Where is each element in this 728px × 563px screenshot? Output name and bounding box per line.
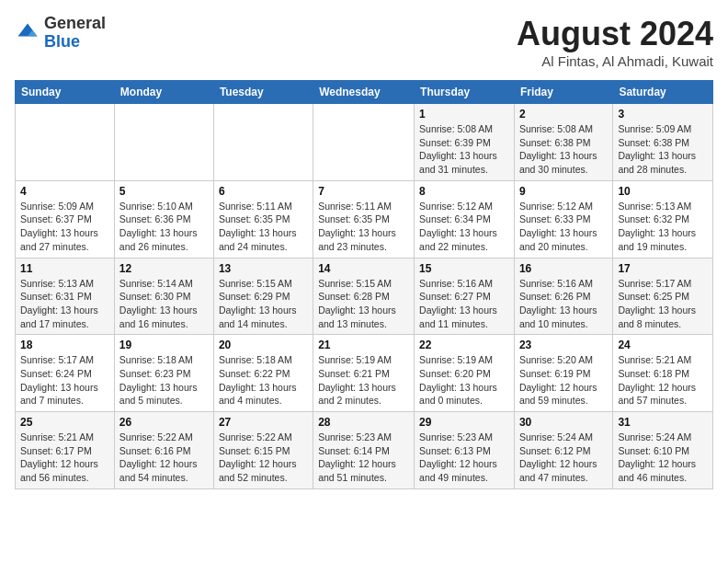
calendar-cell: 22Sunrise: 5:19 AMSunset: 6:20 PMDayligh… [415,335,515,412]
logo: General Blue [15,15,106,52]
day-info: Sunrise: 5:15 AMSunset: 6:28 PMDaylight:… [318,277,409,331]
day-info: Sunrise: 5:21 AMSunset: 6:18 PMDaylight:… [618,353,708,408]
calendar-cell: 14Sunrise: 5:15 AMSunset: 6:28 PMDayligh… [313,258,415,335]
day-number: 12 [119,262,209,275]
day-number: 25 [20,416,109,429]
calendar-cell: 30Sunrise: 5:24 AMSunset: 6:12 PMDayligh… [514,412,612,489]
day-number: 1 [419,108,509,121]
day-info: Sunrise: 5:18 AMSunset: 6:22 PMDaylight:… [219,353,308,408]
month-year-title: August 2024 [517,15,713,53]
calendar-cell: 8Sunrise: 5:12 AMSunset: 6:34 PMDaylight… [415,180,515,258]
day-number: 29 [419,416,509,429]
day-info: Sunrise: 5:11 AMSunset: 6:35 PMDaylight:… [318,200,409,254]
day-info: Sunrise: 5:22 AMSunset: 6:16 PMDaylight:… [119,431,209,485]
calendar-week-5: 25Sunrise: 5:21 AMSunset: 6:17 PMDayligh… [16,412,713,489]
calendar-week-4: 18Sunrise: 5:17 AMSunset: 6:24 PMDayligh… [16,335,713,412]
calendar-cell: 15Sunrise: 5:16 AMSunset: 6:27 PMDayligh… [415,258,515,335]
col-header-friday: Friday [514,81,612,104]
day-number: 10 [618,185,708,198]
day-info: Sunrise: 5:18 AMSunset: 6:23 PMDaylight:… [119,353,209,408]
calendar-cell: 24Sunrise: 5:21 AMSunset: 6:18 PMDayligh… [613,335,713,412]
day-info: Sunrise: 5:11 AMSunset: 6:35 PMDaylight:… [219,200,308,254]
calendar-cell: 21Sunrise: 5:19 AMSunset: 6:21 PMDayligh… [313,335,415,412]
col-header-wednesday: Wednesday [313,81,415,104]
calendar-cell: 4Sunrise: 5:09 AMSunset: 6:37 PMDaylight… [16,180,115,258]
day-info: Sunrise: 5:10 AMSunset: 6:36 PMDaylight:… [119,200,209,254]
day-number: 20 [219,339,308,351]
calendar-cell: 25Sunrise: 5:21 AMSunset: 6:17 PMDayligh… [16,412,115,489]
calendar-cell: 26Sunrise: 5:22 AMSunset: 6:16 PMDayligh… [114,412,213,489]
calendar-cell: 27Sunrise: 5:22 AMSunset: 6:15 PMDayligh… [213,412,313,489]
day-number: 3 [618,108,708,121]
calendar-cell: 28Sunrise: 5:23 AMSunset: 6:14 PMDayligh… [313,412,415,489]
calendar-cell: 20Sunrise: 5:18 AMSunset: 6:22 PMDayligh… [213,335,313,412]
calendar-cell: 12Sunrise: 5:14 AMSunset: 6:30 PMDayligh… [114,258,213,335]
day-number: 30 [519,416,608,429]
day-number: 15 [419,262,509,275]
calendar-cell: 5Sunrise: 5:10 AMSunset: 6:36 PMDaylight… [114,180,213,258]
col-header-sunday: Sunday [16,81,115,104]
col-header-thursday: Thursday [415,81,515,104]
day-info: Sunrise: 5:22 AMSunset: 6:15 PMDaylight:… [219,431,308,485]
calendar-cell: 9Sunrise: 5:12 AMSunset: 6:33 PMDaylight… [514,180,612,258]
day-number: 11 [20,262,109,275]
calendar-cell: 31Sunrise: 5:24 AMSunset: 6:10 PMDayligh… [613,412,713,489]
day-info: Sunrise: 5:16 AMSunset: 6:26 PMDaylight:… [519,277,608,331]
day-number: 21 [318,339,409,351]
col-header-tuesday: Tuesday [213,81,313,104]
col-header-monday: Monday [114,81,213,104]
day-number: 5 [119,185,209,198]
day-number: 4 [20,185,109,198]
day-info: Sunrise: 5:23 AMSunset: 6:13 PMDaylight:… [419,431,509,485]
calendar-week-2: 4Sunrise: 5:09 AMSunset: 6:37 PMDaylight… [16,180,713,258]
calendar-cell: 17Sunrise: 5:17 AMSunset: 6:25 PMDayligh… [613,258,713,335]
calendar-cell: 2Sunrise: 5:08 AMSunset: 6:38 PMDaylight… [514,104,612,181]
calendar-cell [213,104,313,181]
calendar-cell: 10Sunrise: 5:13 AMSunset: 6:32 PMDayligh… [613,180,713,258]
day-number: 24 [618,339,708,351]
calendar-cell: 6Sunrise: 5:11 AMSunset: 6:35 PMDaylight… [213,180,313,258]
day-info: Sunrise: 5:15 AMSunset: 6:29 PMDaylight:… [219,277,308,331]
page-header: General Blue August 2024 Al Fintas, Al A… [15,15,713,69]
calendar-week-1: 1Sunrise: 5:08 AMSunset: 6:39 PMDaylight… [16,104,713,181]
calendar-cell: 7Sunrise: 5:11 AMSunset: 6:35 PMDaylight… [313,180,415,258]
day-info: Sunrise: 5:20 AMSunset: 6:19 PMDaylight:… [519,353,608,408]
day-info: Sunrise: 5:19 AMSunset: 6:20 PMDaylight:… [419,353,509,408]
day-info: Sunrise: 5:16 AMSunset: 6:27 PMDaylight:… [419,277,509,331]
calendar-cell: 18Sunrise: 5:17 AMSunset: 6:24 PMDayligh… [16,335,115,412]
day-number: 26 [119,416,209,429]
calendar-cell: 13Sunrise: 5:15 AMSunset: 6:29 PMDayligh… [213,258,313,335]
day-info: Sunrise: 5:23 AMSunset: 6:14 PMDaylight:… [318,431,409,485]
day-number: 18 [20,339,109,351]
day-info: Sunrise: 5:13 AMSunset: 6:31 PMDaylight:… [20,277,109,331]
day-info: Sunrise: 5:24 AMSunset: 6:10 PMDaylight:… [618,431,708,485]
calendar-table: SundayMondayTuesdayWednesdayThursdayFrid… [15,80,713,489]
day-info: Sunrise: 5:21 AMSunset: 6:17 PMDaylight:… [20,431,109,485]
day-info: Sunrise: 5:24 AMSunset: 6:12 PMDaylight:… [519,431,608,485]
day-number: 22 [419,339,509,351]
day-number: 7 [318,185,409,198]
day-number: 23 [519,339,608,351]
calendar-cell: 29Sunrise: 5:23 AMSunset: 6:13 PMDayligh… [415,412,515,489]
day-number: 31 [618,416,708,429]
day-number: 17 [618,262,708,275]
calendar-cell: 3Sunrise: 5:09 AMSunset: 6:38 PMDaylight… [613,104,713,181]
calendar-cell: 1Sunrise: 5:08 AMSunset: 6:39 PMDaylight… [415,104,515,181]
day-number: 16 [519,262,608,275]
logo-blue-text: Blue [44,32,80,51]
day-info: Sunrise: 5:12 AMSunset: 6:33 PMDaylight:… [519,200,608,254]
calendar-week-3: 11Sunrise: 5:13 AMSunset: 6:31 PMDayligh… [16,258,713,335]
calendar-cell [114,104,213,181]
day-number: 19 [119,339,209,351]
day-number: 14 [318,262,409,275]
day-info: Sunrise: 5:09 AMSunset: 6:37 PMDaylight:… [20,200,109,254]
calendar-header-row: SundayMondayTuesdayWednesdayThursdayFrid… [16,81,713,104]
location-subtitle: Al Fintas, Al Ahmadi, Kuwait [517,53,713,69]
day-info: Sunrise: 5:08 AMSunset: 6:38 PMDaylight:… [519,122,608,177]
day-info: Sunrise: 5:17 AMSunset: 6:24 PMDaylight:… [20,353,109,408]
day-number: 8 [419,185,509,198]
calendar-cell: 11Sunrise: 5:13 AMSunset: 6:31 PMDayligh… [16,258,115,335]
calendar-cell [313,104,415,181]
calendar-cell: 19Sunrise: 5:18 AMSunset: 6:23 PMDayligh… [114,335,213,412]
title-block: August 2024 Al Fintas, Al Ahmadi, Kuwait [517,15,713,69]
